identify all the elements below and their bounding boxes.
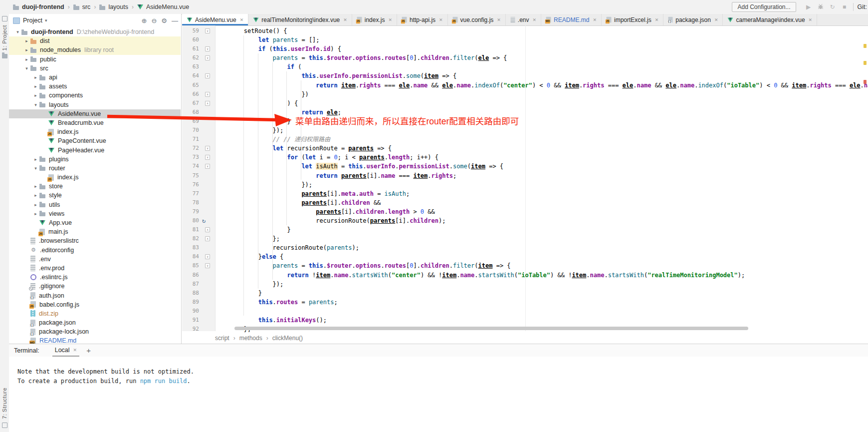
line-number[interactable]: 86 (182, 271, 199, 280)
code-line-66[interactable]: 66∧ }) (182, 90, 868, 99)
close-icon[interactable]: ✕ (439, 17, 443, 22)
tree-item-views[interactable]: ▸views (9, 209, 181, 218)
breadcrumb-item-layouts[interactable]: layouts (99, 3, 128, 10)
code-line-83[interactable]: 83 recursionRoute(parents); (182, 243, 868, 252)
editor-tab-AsideMenu.vue[interactable]: AsideMenu.vue✕ (182, 14, 248, 25)
line-number[interactable]: 75 (182, 171, 199, 180)
code-line-73[interactable]: 73∨ for (let i = 0; i < parents.length; … (182, 153, 868, 162)
tree-item-utils[interactable]: ▸utils (9, 200, 181, 209)
editor-breadcrumb-item-clickMenu()[interactable]: clickMenu() (272, 335, 303, 342)
editor-breadcrumb-item-script[interactable]: script (215, 335, 229, 342)
chevron-down-icon[interactable]: ▾ (45, 18, 47, 23)
locate-icon[interactable]: ⊕ (142, 17, 147, 24)
line-number[interactable]: 66 (182, 90, 199, 99)
code-line-64[interactable]: 64∨ this.userInfo.permissionList.some(it… (182, 71, 868, 80)
code-line-84[interactable]: 84∨ }else { (182, 252, 868, 261)
hide-panel-icon[interactable]: — (172, 17, 178, 24)
code-line-61[interactable]: 61∨ if (this.userInfo.id) { (182, 44, 868, 53)
fold-marker[interactable]: ∧ (205, 92, 210, 97)
tree-item-src[interactable]: ▾src (9, 64, 181, 73)
horizontal-scrollbar[interactable] (234, 327, 748, 330)
line-number[interactable]: 73 (182, 153, 199, 162)
line-number[interactable]: 81 (182, 225, 199, 234)
chevron-down-icon[interactable]: ▾ (32, 166, 39, 171)
line-number[interactable]: 82 (182, 234, 199, 243)
terminal-label[interactable]: Terminal: (14, 347, 39, 354)
error-stripe-mark[interactable] (864, 80, 867, 84)
line-number[interactable]: 68 (182, 108, 199, 117)
close-icon[interactable]: ✕ (714, 17, 718, 22)
code-line-60[interactable]: 60 let parents = []; (182, 35, 868, 44)
code-line-88[interactable]: 88 } (182, 289, 868, 298)
tree-item-AsideMenu.vue[interactable]: AsideMenu.vue (9, 109, 181, 118)
tree-item-components[interactable]: ▸components (9, 91, 181, 100)
editor-tab-README.md[interactable]: README.md✕ (541, 14, 602, 25)
code-line-74[interactable]: 74∨ let isAuth = this.userInfo.permissio… (182, 162, 868, 171)
close-icon[interactable]: ✕ (497, 17, 501, 22)
chevron-right-icon[interactable]: ▸ (23, 47, 30, 52)
code-line-77[interactable]: 77 parents[i].meta.auth = isAuth; (182, 189, 868, 198)
code-line-72[interactable]: 72∨ let recursionRoute = parents => { (182, 144, 868, 153)
code-line-90[interactable]: 90 (182, 307, 868, 316)
settings-gear-icon[interactable]: ⚙ (161, 17, 167, 24)
chevron-right-icon[interactable]: ▸ (23, 38, 30, 43)
close-icon[interactable]: ✕ (655, 17, 659, 22)
code-line-87[interactable]: 87 }); (182, 280, 868, 289)
tree-item-layouts[interactable]: ▾layouts (9, 100, 181, 109)
chevron-right-icon[interactable]: ▸ (32, 202, 39, 207)
line-number[interactable]: 91 (182, 316, 199, 325)
tree-item-PageContent.vue[interactable]: PageContent.vue (9, 136, 181, 145)
warning-stripe-mark[interactable] (864, 44, 867, 48)
code-line-70[interactable]: 70 }); (182, 126, 868, 135)
code-line-68[interactable]: 68 return ele; (182, 108, 868, 117)
rerun-icon[interactable]: ↻ (827, 3, 838, 10)
code-line-75[interactable]: 75 return parents[i].name === item.right… (182, 171, 868, 180)
tree-item-duoji-frontend[interactable]: ▾duoji-frontendD:\zheheWeb\duoji-fronten… (9, 27, 181, 36)
chevron-right-icon[interactable]: ▸ (32, 184, 39, 189)
breadcrumb-item-src[interactable]: src (73, 3, 91, 10)
tree-item-.eslintrc.js[interactable]: .eslintrc.js (9, 273, 181, 282)
line-number[interactable]: 70 (182, 126, 199, 135)
line-number[interactable]: 83 (182, 243, 199, 252)
stripe-structure-label[interactable]: 7: Structure (1, 388, 7, 419)
code-line-81[interactable]: 81∧ } (182, 225, 868, 234)
line-number[interactable]: 74 (182, 162, 199, 171)
code-line-71[interactable]: 71 // // 递归权限路由 (182, 135, 868, 144)
code-line-80[interactable]: 80↻ recursionRoute(parents[i].children); (182, 216, 868, 225)
fold-marker[interactable]: ∨ (205, 146, 210, 151)
chevron-right-icon[interactable]: ▸ (32, 84, 39, 89)
tree-item-babel.config.js[interactable]: babel.config.js (9, 300, 181, 309)
tree-item-README.md[interactable]: README.md (9, 336, 181, 344)
stripe-project-label[interactable]: 1: Project (1, 25, 7, 50)
tree-item-assets[interactable]: ▸assets (9, 82, 181, 91)
tree-item-index.js[interactable]: index.js (9, 173, 181, 182)
line-number[interactable]: 61 (182, 44, 199, 53)
code-line-78[interactable]: 78 parents[i].children && (182, 198, 868, 207)
code-line-85[interactable]: 85∨ parents = this.$router.options.route… (182, 261, 868, 270)
tree-item-style[interactable]: ▸style (9, 191, 181, 200)
close-icon[interactable]: ✕ (809, 17, 813, 22)
fold-marker[interactable]: ∧ (205, 101, 210, 106)
line-number[interactable]: 63 (182, 62, 199, 71)
code-line-89[interactable]: 89 this.routes = parents; (182, 298, 868, 307)
code-line-62[interactable]: 62∨ parents = this.$router.options.route… (182, 53, 868, 62)
terminal-tab-local[interactable]: Local ✕ (52, 344, 79, 357)
line-number[interactable]: 88 (182, 289, 199, 298)
line-number[interactable]: 65 (182, 81, 199, 90)
line-number[interactable]: 76 (182, 180, 199, 189)
git-label[interactable]: Git: (858, 3, 867, 10)
tool-window-project-button[interactable]: 1: Project (0, 16, 9, 58)
collapse-all-icon[interactable]: ⊖ (151, 17, 157, 24)
add-configuration-button[interactable]: Add Configuration... (732, 2, 796, 12)
editor-tab-package.json[interactable]: package.json✕ (663, 14, 723, 25)
tree-item-api[interactable]: ▸api (9, 73, 181, 82)
tree-item-dist[interactable]: ▸dist (9, 36, 181, 45)
code-line-82[interactable]: 82∧ }; (182, 234, 868, 243)
editor-tab-vue.config.js[interactable]: vue.config.js✕ (448, 14, 506, 25)
tree-item-App.vue[interactable]: App.vue (9, 218, 181, 227)
close-icon[interactable]: ✕ (388, 17, 392, 22)
fold-marker[interactable]: ∨ (205, 254, 210, 259)
tree-item-.env[interactable]: .env (9, 255, 181, 264)
fold-marker[interactable]: ∨ (205, 73, 210, 78)
breadcrumb-item-duoji-frontend[interactable]: duoji-frontend (13, 3, 64, 10)
